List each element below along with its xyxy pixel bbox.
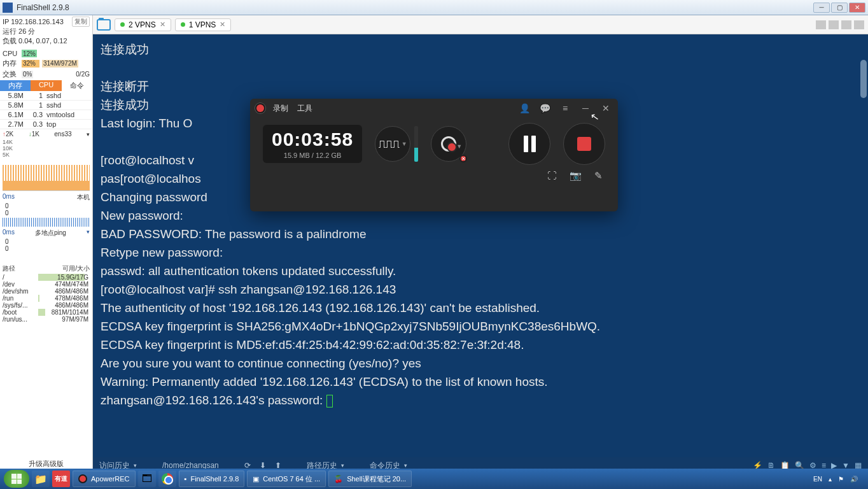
- stop-button[interactable]: [563, 123, 605, 165]
- rec-menu-record[interactable]: 录制: [273, 103, 288, 114]
- window-titlebar: FinalShell 2.9.8 ─ ▢ ✕: [0, 0, 868, 15]
- taskbar-finalshell[interactable]: ▪FinalShell 2.9.8: [179, 471, 245, 487]
- network-row: ↑2K ↓1K ens33▾: [0, 129, 92, 139]
- ip-label: IP 192.168.126.143: [3, 18, 64, 25]
- fullscreen-icon[interactable]: ⛶: [547, 170, 557, 181]
- uptime-label: 运行 26 分: [3, 27, 90, 36]
- scrollbar-thumb[interactable]: [860, 60, 867, 98]
- disk-table: 路径可用/大小 /15.9G/17G/dev474M/474M/dev/shm4…: [0, 264, 92, 323]
- recording-size: 15.9 MB / 12.2 GB: [272, 152, 353, 159]
- waveform-icon: ⎍⎍⎍: [379, 138, 400, 151]
- taskbar-shell-notes[interactable]: 🍒Shell课程笔记 20...: [328, 471, 412, 487]
- window-title: FinalShell 2.9.8: [17, 3, 69, 12]
- start-button[interactable]: [4, 470, 29, 488]
- windows-taskbar: 📁 有道 ApowerREC 🗔 ▪FinalShell 2.9.8 ▣Cent…: [0, 469, 868, 489]
- maximize-button[interactable]: ▢: [831, 3, 848, 13]
- latency-local: 0ms: [3, 193, 15, 202]
- close-tab-icon[interactable]: ✕: [220, 20, 225, 29]
- taskbar-app1[interactable]: 🗔: [138, 471, 156, 487]
- status-dot-icon: [120, 22, 125, 27]
- chat-icon[interactable]: 💬: [539, 103, 550, 114]
- latency-multi: 0ms: [3, 229, 15, 237]
- rec-close-button[interactable]: ✕: [600, 103, 612, 114]
- process-table: 5.8M1sshd5.8M1sshd6.1M0.3vmtoolsd2.7M0.3…: [0, 91, 92, 129]
- mem-bar: 32%: [22, 60, 39, 67]
- tab-bar: 2 VPNS✕ 1 VPNS✕: [93, 15, 868, 34]
- annotate-icon[interactable]: ✎: [594, 170, 603, 181]
- taskbar-apowerrec[interactable]: ApowerREC: [73, 471, 136, 487]
- explorer-icon[interactable]: 📁: [32, 471, 50, 487]
- disk-row[interactable]: /boot881M/1014M: [0, 309, 92, 316]
- terminal-cursor: [326, 395, 333, 408]
- terminal[interactable]: 连接成功 连接断开 连接成功 Last login: Thu O [root@l…: [93, 34, 868, 457]
- chevron-down-icon: ▼: [456, 143, 462, 150]
- minimize-button[interactable]: ─: [813, 3, 830, 13]
- mem-lbl: 内存: [3, 59, 19, 68]
- system-tray[interactable]: EN ▴ ⚑ 🔊: [813, 476, 864, 483]
- tab-2vpns[interactable]: 2 VPNS✕: [115, 18, 171, 31]
- table-row[interactable]: 5.8M1sshd: [0, 91, 92, 101]
- main-area: 2 VPNS✕ 1 VPNS✕ 连接成功 连接断开 连接成功 Last logi…: [93, 15, 868, 474]
- user-icon[interactable]: 👤: [519, 103, 530, 114]
- folder-icon[interactable]: [97, 19, 111, 31]
- network-sparkline: [3, 159, 90, 191]
- cherry-icon: 🍒: [334, 475, 343, 483]
- disk-row[interactable]: /run478M/486M: [0, 295, 92, 302]
- disk-row[interactable]: /sys/fs/...486M/486M: [0, 302, 92, 309]
- disk-row[interactable]: /dev/shm486M/486M: [0, 288, 92, 295]
- tray-chevron-icon[interactable]: ▴: [829, 476, 832, 483]
- audio-source-button[interactable]: ⎍⎍⎍▼: [375, 126, 410, 162]
- recorder-window[interactable]: 录制 工具 👤 💬 ≡ ─ ✕ 00:03:58 15.9 MB / 12.2 …: [250, 99, 618, 211]
- camera-button[interactable]: ✕ ▼: [431, 126, 466, 162]
- menu-icon[interactable]: ≡: [559, 103, 571, 114]
- disk-row[interactable]: /15.9G/17G: [0, 274, 92, 281]
- table-row[interactable]: 5.8M1sshd: [0, 101, 92, 110]
- window-controls: ─ ▢ ✕: [813, 3, 865, 13]
- tab-1vpns[interactable]: 1 VPNS✕: [175, 18, 232, 31]
- language-indicator[interactable]: EN: [813, 476, 822, 483]
- table-row[interactable]: 2.7M0.3top: [0, 120, 92, 129]
- camera-icon: [441, 136, 456, 152]
- record-dot-icon: [256, 104, 264, 112]
- iface-select[interactable]: ens33: [54, 131, 71, 138]
- disk-row[interactable]: /dev474M/474M: [0, 281, 92, 288]
- swap-bar: 0%: [22, 71, 33, 78]
- app-logo-icon: [3, 3, 13, 13]
- youdao-icon[interactable]: 有道: [52, 471, 70, 487]
- recorder-header[interactable]: 录制 工具 👤 💬 ≡ ─ ✕: [250, 99, 618, 118]
- swap-lbl: 交换: [3, 69, 19, 79]
- load-label: 负载 0.04, 0.07, 0.12: [3, 36, 90, 46]
- rec-menu-tools[interactable]: 工具: [297, 103, 312, 114]
- swap-text: 0/2G: [76, 71, 90, 78]
- copy-ip-button[interactable]: 复制: [72, 17, 90, 27]
- vm-icon: ▣: [253, 475, 259, 483]
- recording-timer: 00:03:58: [272, 129, 353, 150]
- process-table-header: 内存 CPU 命令: [0, 80, 92, 91]
- mem-text: 314M/972M: [42, 60, 78, 67]
- camera-off-badge: ✕: [459, 155, 467, 162]
- action-center-icon[interactable]: ⚑: [838, 476, 844, 483]
- status-dot-icon: [181, 22, 185, 27]
- latency-chart: [3, 218, 90, 227]
- close-button[interactable]: ✕: [849, 3, 865, 13]
- disk-row[interactable]: /run/us...97M/97M: [0, 316, 92, 323]
- pause-button[interactable]: [508, 123, 550, 165]
- screenshot-icon[interactable]: 📷: [570, 170, 582, 181]
- table-row[interactable]: 6.1M0.3vmtoolsd: [0, 110, 92, 120]
- volume-icon[interactable]: 🔊: [850, 476, 858, 483]
- cpu-bar: 12%: [22, 50, 37, 57]
- sidebar: IP 192.168.126.143 复制 运行 26 分 负载 0.04, 0…: [0, 15, 93, 474]
- close-tab-icon[interactable]: ✕: [160, 20, 165, 29]
- chevron-down-icon: ▼: [402, 141, 407, 147]
- record-icon: [78, 474, 87, 483]
- terminal-icon: ▪: [185, 475, 187, 483]
- audio-level-meter: [414, 126, 418, 162]
- chrome-icon[interactable]: [158, 471, 176, 487]
- view-mode-buttons[interactable]: [816, 20, 864, 29]
- taskbar-centos[interactable]: ▣CentOS 7 64 位 ...: [247, 471, 326, 487]
- timer-box: 00:03:58 15.9 MB / 12.2 GB: [263, 125, 362, 163]
- cpu-lbl: CPU: [3, 50, 19, 57]
